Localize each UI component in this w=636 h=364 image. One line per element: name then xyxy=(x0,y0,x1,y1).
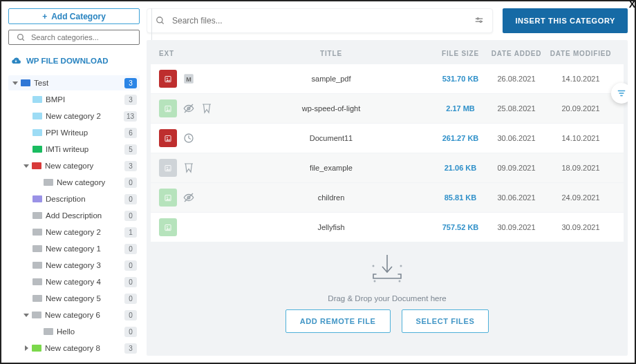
file-thumb-icon xyxy=(159,159,177,177)
col-mod[interactable]: DATE MODIFIED xyxy=(546,50,615,57)
file-row[interactable]: file_example21.06 KB09.09.202118.09.2021 xyxy=(151,153,624,182)
sidebar-item-label: New category 3 xyxy=(46,261,101,269)
topbar: INSERT THIS CATEGORY xyxy=(147,8,628,33)
count-badge: 0 xyxy=(124,294,137,304)
caret-icon[interactable] xyxy=(24,314,29,317)
sidebar-item-label: Add Description xyxy=(46,211,102,220)
caret-icon[interactable] xyxy=(24,164,29,168)
filter-fab-icon[interactable] xyxy=(611,83,628,104)
file-row[interactable]: Msample_pdf531.70 KB26.08.202114.10.2021 xyxy=(151,64,624,93)
main-panel: INSERT THIS CATEGORY EXT TITLE FILE SIZE… xyxy=(147,8,628,356)
file-row[interactable]: children85.81 KB30.06.202124.09.2021 xyxy=(151,183,624,212)
sidebar-item[interactable]: BMPI3 xyxy=(8,92,140,107)
col-ext[interactable]: EXT xyxy=(159,50,228,57)
hidden-icon xyxy=(183,191,195,204)
sidebar-item[interactable]: New category 60 xyxy=(8,307,140,323)
sidebar-item[interactable]: IMTi writeup5 xyxy=(8,142,140,157)
add-category-button[interactable]: + Add Category xyxy=(8,8,140,24)
col-size[interactable]: FILE SIZE xyxy=(434,50,487,57)
hidden-icon xyxy=(183,102,195,115)
sidebar-item-label: New category xyxy=(45,162,93,170)
select-files-button[interactable]: SELECT FILES xyxy=(402,309,489,333)
file-title: sample_pdf xyxy=(228,75,434,83)
count-badge: 0 xyxy=(124,277,137,287)
svg-point-16 xyxy=(167,108,168,109)
main-search[interactable] xyxy=(147,8,493,33)
count-badge: 13 xyxy=(124,111,137,122)
count-badge: 0 xyxy=(124,244,137,254)
svg-text:M: M xyxy=(186,76,191,83)
file-size: 21.06 KB xyxy=(434,164,487,172)
sidebar-item[interactable]: New category3 xyxy=(8,158,140,173)
sidebar-item-label: Description xyxy=(46,195,86,203)
col-added[interactable]: DATE ADDED xyxy=(487,50,546,57)
main-search-input[interactable] xyxy=(172,16,467,26)
svg-point-26 xyxy=(167,167,168,169)
count-badge: 3 xyxy=(124,95,137,105)
file-row[interactable]: Jellyfish757.52 KB30.09.202130.09.2021 xyxy=(151,213,624,242)
count-badge: 0 xyxy=(124,260,137,271)
folder-icon xyxy=(32,262,42,269)
sidebar-item[interactable]: Test3 xyxy=(8,75,140,90)
sidebar-item-label: New category 2 xyxy=(46,228,101,236)
sidebar-item[interactable]: New category 83 xyxy=(8,341,140,356)
file-row[interactable]: wp-speed-of-light2.17 MB25.08.202120.09.… xyxy=(151,94,624,123)
sidebar-item[interactable]: New category 21 xyxy=(8,224,140,240)
folder-icon xyxy=(32,245,42,252)
count-badge: 3 xyxy=(124,161,137,171)
sidebar-item[interactable]: Add Description0 xyxy=(8,208,140,223)
add-remote-file-button[interactable]: ADD REMOTE FILE xyxy=(286,309,391,333)
close-icon[interactable]: X xyxy=(629,0,635,10)
caret-icon[interactable] xyxy=(25,345,28,351)
count-badge: 0 xyxy=(124,327,137,337)
sidebar-item[interactable]: New category 213 xyxy=(8,108,140,124)
svg-point-36 xyxy=(400,265,402,267)
sidebar-item[interactable]: PPI Writeup6 xyxy=(8,125,140,140)
insert-category-button[interactable]: INSERT THIS CATEGORY xyxy=(503,8,628,33)
file-date-modified: 14.10.2021 xyxy=(546,75,615,83)
file-date-added: 30.06.2021 xyxy=(487,134,546,142)
caret-icon[interactable] xyxy=(12,82,18,85)
count-badge: 3 xyxy=(124,343,137,354)
sidebar-search-input[interactable] xyxy=(31,33,133,41)
count-badge: 0 xyxy=(124,310,137,320)
svg-point-35 xyxy=(373,265,375,267)
sidebar-item[interactable]: New category 30 xyxy=(8,258,140,273)
col-title[interactable]: TITLE xyxy=(228,50,434,57)
content-area: EXT TITLE FILE SIZE DATE ADDED DATE MODI… xyxy=(147,40,628,356)
file-thumb-icon xyxy=(159,189,177,207)
folder-icon xyxy=(32,113,42,119)
sidebar-item-label: New category 2 xyxy=(46,112,101,120)
sidebar-item[interactable]: New category 10 xyxy=(8,241,140,256)
file-date-modified: 30.09.2021 xyxy=(546,223,615,231)
file-row[interactable]: Document11261.27 KB30.06.202114.10.2021 xyxy=(151,124,624,153)
file-date-added: 30.09.2021 xyxy=(487,223,546,231)
file-date-added: 26.08.2021 xyxy=(487,75,546,83)
sidebar-item[interactable]: New category 50 xyxy=(8,291,140,306)
file-thumb-icon xyxy=(159,70,177,88)
svg-point-38 xyxy=(399,280,401,282)
file-date-modified: 18.09.2021 xyxy=(546,164,615,172)
sidebar-item-label: PPI Writeup xyxy=(46,128,88,137)
folder-icon xyxy=(32,146,42,153)
drop-area[interactable]: Drag & Drop your Document here xyxy=(147,242,628,309)
sidebar-item[interactable]: Hello0 xyxy=(8,324,140,339)
brand-row[interactable]: WP FILE DOWNLOAD xyxy=(8,50,140,70)
count-badge: 0 xyxy=(124,178,137,188)
svg-point-21 xyxy=(167,137,168,139)
sidebar-item[interactable]: New category0 xyxy=(8,175,140,190)
file-title: Document11 xyxy=(228,134,434,142)
sidebar-item-label: BMPI xyxy=(46,95,65,104)
sliders-icon[interactable] xyxy=(473,15,485,27)
sidebar-item[interactable]: Description0 xyxy=(8,191,140,207)
count-badge: 3 xyxy=(124,78,137,88)
trash-icon xyxy=(183,162,195,174)
svg-point-33 xyxy=(167,227,168,228)
file-rows: Msample_pdf531.70 KB26.08.202114.10.2021… xyxy=(147,64,628,242)
file-size: 757.52 KB xyxy=(434,223,487,231)
file-thumb-icon xyxy=(159,99,177,117)
sidebar-search[interactable] xyxy=(8,30,140,45)
sidebar-item[interactable]: New category 40 xyxy=(8,274,140,289)
sidebar-item-label: New category xyxy=(57,178,105,186)
sidebar-item-label: Test xyxy=(34,79,48,87)
